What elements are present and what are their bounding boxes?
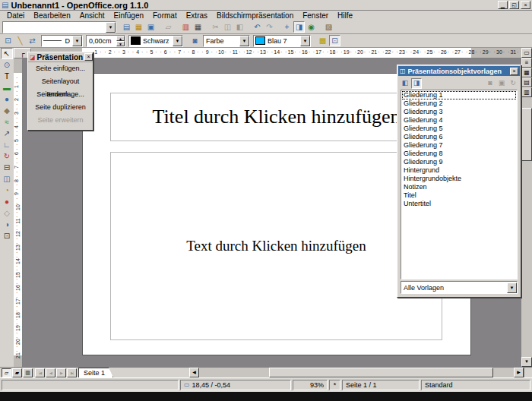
presentation-styles-icon[interactable]: ◨ — [411, 78, 422, 89]
layer-mode-icon[interactable]: ▥ — [23, 368, 33, 377]
vertical-ruler[interactable]: 1··2··3··4··5··6··7··8··9··10··11··12··1… — [14, 58, 23, 367]
duplicate-page-item[interactable]: Seite duplizieren — [28, 101, 93, 114]
edit-file-icon[interactable]: ▱ — [163, 21, 174, 33]
copy-icon[interactable]: ◫ — [222, 21, 233, 33]
ellipse-tool-icon[interactable]: ● — [1, 93, 13, 105]
style-list-item[interactable]: Titel — [402, 191, 516, 200]
close-button[interactable]: × — [521, 1, 530, 9]
select-tool-icon[interactable]: ↖ — [1, 48, 13, 59]
new-style-from-selection-icon[interactable]: ▣ — [496, 78, 507, 89]
animation-effects-tool-icon[interactable]: ◇ — [1, 207, 13, 219]
shadow-icon[interactable]: ▩ — [317, 35, 328, 46]
style-list-item[interactable]: Gliederung 2 — [402, 99, 516, 108]
style-list-item[interactable]: Gliederung 5 — [402, 125, 516, 133]
line-width-up-icon[interactable]: ▲ — [116, 36, 125, 41]
controller-3d-tool-icon[interactable]: ◑ — [1, 219, 13, 230]
menu-datei[interactable]: Datei — [2, 11, 29, 21]
line-width-stepper[interactable]: 0,00cm ▲ ▼ — [86, 35, 125, 47]
horizontal-scrollbar-thumb[interactable] — [269, 368, 493, 377]
line-dialog-icon[interactable]: ╲ — [14, 35, 26, 46]
status-page-field[interactable]: Seite 1 / 1 — [342, 380, 420, 390]
arrange-tool-icon[interactable]: ◫ — [1, 173, 13, 185]
paste-icon[interactable]: ◧ — [234, 21, 245, 33]
style-list-item[interactable]: Gliederung 9 — [402, 158, 516, 166]
line-color-dropdown-icon[interactable]: ▼ — [173, 36, 182, 46]
effects-tool-icon[interactable]: ◔ — [1, 185, 13, 196]
modify-layout-item[interactable]: Seitenlayout ändern... — [28, 75, 93, 88]
new-document-icon[interactable]: ▤ — [121, 21, 132, 33]
status-zoom-field[interactable]: 93% — [293, 380, 328, 390]
line-width-down-icon[interactable]: ▼ — [116, 41, 125, 46]
status-style-field[interactable]: Standard — [421, 380, 530, 390]
presentation-panel-titlebar[interactable]: ◪ Präsentation × — [28, 52, 93, 62]
gallery-icon[interactable]: ▨ — [323, 21, 334, 33]
fill-type-select[interactable]: Farbe ▼ — [203, 35, 250, 47]
line-color-select[interactable]: Schwarz ▼ — [128, 35, 183, 47]
expand-page-item[interactable]: Seite erweitern — [28, 114, 93, 127]
style-list-item[interactable]: Untertitel — [402, 200, 516, 208]
connector-tool-icon[interactable]: ∟ — [1, 139, 13, 150]
slide-show-icon[interactable]: ⊡ — [1, 230, 13, 242]
undo-icon[interactable]: ↶ — [252, 21, 263, 33]
cut-icon[interactable]: ✂ — [210, 21, 221, 33]
style-list-item[interactable]: Gliederung 6 — [402, 133, 516, 141]
scroll-down-icon[interactable]: ▼ — [521, 357, 532, 367]
url-input[interactable] — [3, 23, 106, 32]
presentation-styles-toggle-icon[interactable]: ⊡ — [329, 35, 340, 46]
style-filter-select[interactable]: Alle Vorlagen ▼ — [401, 281, 518, 294]
curve-tool-icon[interactable]: ≈ — [1, 116, 13, 128]
area-dialog-icon[interactable]: ◙ — [189, 35, 201, 46]
url-dropdown-icon[interactable]: ▼ — [106, 22, 116, 33]
first-page-icon[interactable]: |◀ — [35, 368, 45, 377]
scroll-left-icon[interactable]: ◀ — [189, 368, 199, 377]
graphic-styles-icon[interactable]: ◧ — [400, 78, 410, 89]
arrow-style-icon[interactable]: ⇄ — [27, 35, 38, 46]
zoom-tool-icon[interactable]: ⊙ — [1, 59, 13, 71]
page-style-item[interactable]: Seitenvorlage... — [28, 88, 93, 101]
notes-view-icon[interactable]: ▤ — [521, 77, 532, 87]
export-pdf-icon[interactable]: ▥ — [180, 21, 192, 33]
fill-format-mode-icon[interactable]: ◙ — [485, 78, 496, 89]
interaction-tool-icon[interactable]: ● — [1, 196, 13, 207]
master-mode-icon[interactable]: ▰ — [12, 368, 22, 377]
page-tab[interactable]: Seite 1 — [78, 368, 113, 377]
stylist-icon[interactable]: ◨ — [293, 21, 305, 33]
lines-arrows-tool-icon[interactable]: ↗ — [1, 128, 13, 139]
text-placeholder[interactable]: Text durch Klicken hinzufügen — [110, 152, 442, 340]
objects-3d-tool-icon[interactable]: ◆ — [1, 105, 13, 116]
outline-view-icon[interactable]: ≡ — [521, 58, 532, 68]
menu-fenster[interactable]: Fenster — [298, 11, 333, 21]
stylist-titlebar[interactable]: ◫ Präsentationsobjektvorlagen × — [398, 66, 520, 76]
fill-type-dropdown-icon[interactable]: ▼ — [239, 36, 249, 46]
handout-view-icon[interactable]: ▥ — [521, 87, 532, 97]
minimize-button[interactable]: ▁ — [498, 1, 508, 9]
next-page-icon[interactable]: ▶ — [56, 368, 66, 377]
style-list-item[interactable]: Gliederung 7 — [402, 141, 516, 150]
style-list-item[interactable]: Gliederung 8 — [402, 150, 516, 158]
menu-ansicht[interactable]: Ansicht — [75, 11, 109, 21]
menu-hilfe[interactable]: Hilfe — [333, 11, 357, 21]
navigator-icon[interactable]: + — [281, 21, 293, 33]
edit-points-icon[interactable]: ⊡ — [2, 35, 14, 46]
menu-bearbeiten[interactable]: Bearbeiten — [29, 11, 74, 21]
update-style-icon[interactable]: ↻ — [508, 78, 518, 89]
slides-view-icon[interactable]: ▦ — [521, 68, 532, 77]
menu-format[interactable]: Format — [148, 11, 182, 21]
rectangle-tool-icon[interactable]: ▬ — [1, 82, 13, 93]
menu-bildschirmpraesentation[interactable]: Bildschirmpräsentation — [212, 11, 298, 21]
vertical-scrollbar-thumb[interactable] — [521, 108, 532, 161]
last-page-icon[interactable]: ▶| — [67, 368, 77, 377]
redo-icon[interactable]: ↷ — [264, 21, 275, 33]
restore-button[interactable]: ◱ — [509, 1, 519, 9]
line-style-select[interactable]: D ▼ — [41, 35, 83, 47]
style-list-item[interactable]: Hintergrundobjekte — [402, 175, 516, 183]
drawing-view-icon[interactable]: ▭ — [521, 48, 532, 58]
previous-page-icon[interactable]: ◀ — [46, 368, 55, 377]
insert-page-item[interactable]: Seite einfügen... — [28, 62, 93, 75]
horizontal-scrollbar[interactable]: ◀ ▶ — [189, 368, 532, 377]
alignment-tool-icon[interactable]: ⊟ — [1, 162, 13, 173]
text-tool-icon[interactable]: T — [1, 71, 13, 82]
style-filter-dropdown-icon[interactable]: ▼ — [507, 283, 517, 293]
title-placeholder[interactable]: Titel durch Klicken hinzufügen — [110, 93, 442, 141]
scroll-right-icon[interactable]: ▶ — [514, 368, 524, 377]
